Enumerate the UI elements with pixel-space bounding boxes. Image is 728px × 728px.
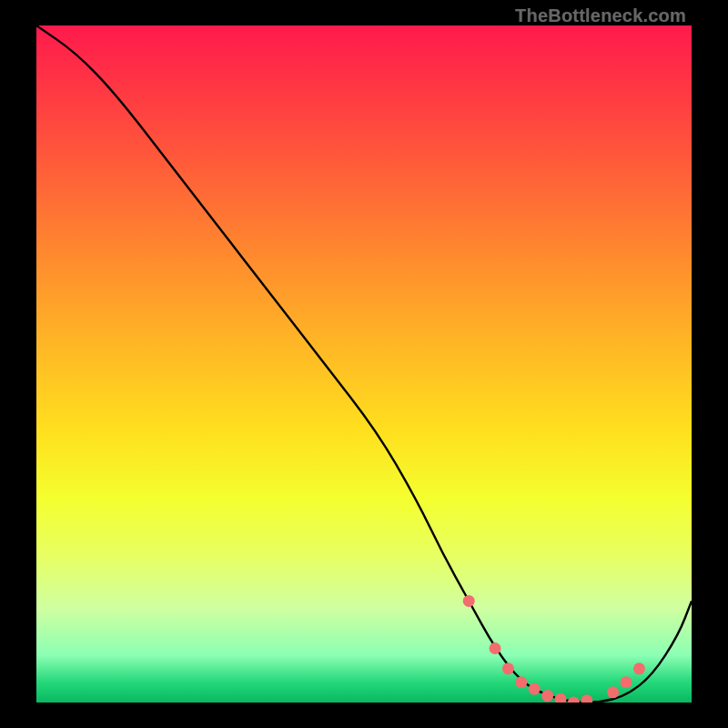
marker-group xyxy=(463,595,645,703)
bottleneck-chart xyxy=(36,25,692,703)
marker-dot xyxy=(463,595,475,607)
marker-dot xyxy=(607,686,619,698)
marker-dot xyxy=(555,693,567,703)
marker-dot xyxy=(515,676,527,688)
marker-dot xyxy=(490,642,501,654)
marker-dot xyxy=(633,662,645,674)
watermark-text: TheBottleneck.com xyxy=(515,5,686,26)
marker-dot xyxy=(581,694,592,703)
marker-dot xyxy=(541,690,553,702)
curve-path xyxy=(36,25,692,703)
marker-dot xyxy=(621,676,632,688)
marker-dot xyxy=(502,662,514,674)
marker-dot xyxy=(529,683,541,695)
marker-dot xyxy=(568,697,580,703)
